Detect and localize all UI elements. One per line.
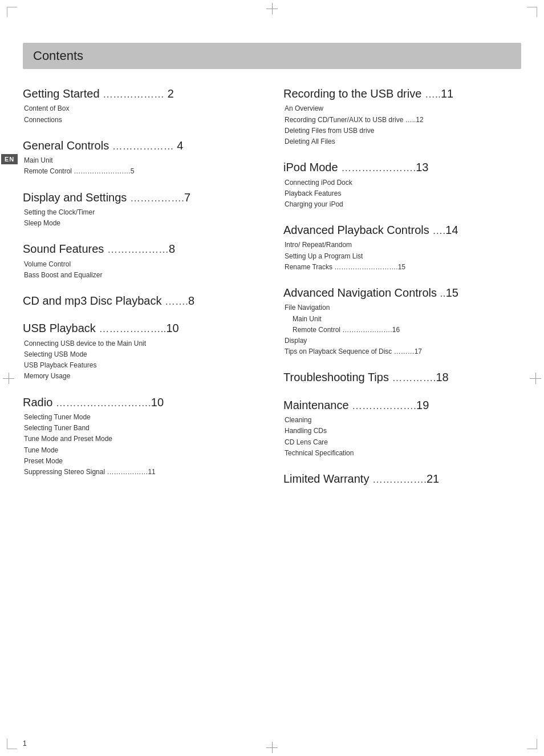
toc-section-maintenance: Maintenance ……………….19 Cleaning Handling … [283, 398, 521, 459]
toc-sub-deleting-files-usb: Deleting Files from USB drive [283, 126, 521, 136]
toc-sub-remote-control: Remote Control …………………….5 [23, 166, 261, 177]
toc-sub-an-overview: An Overview [283, 103, 521, 114]
toc-sub-usb-playback-features: USB Playback Features [23, 360, 261, 371]
toc-sub-main-unit: Main Unit [23, 155, 261, 166]
cross-left [3, 373, 14, 384]
toc-sub-technical-spec: Technical Specification [283, 448, 521, 459]
toc-sub-volume-control: Volume Control [23, 259, 261, 270]
toc-sub-remote-control-nav: Remote Control ………………….16 [283, 325, 521, 335]
corner-mark-tl [7, 7, 17, 17]
toc-sub-content-of-box: Content of Box [23, 103, 261, 114]
toc-sub-selecting-tuner-band: Selecting Tuner Band [23, 423, 261, 434]
toc-sub-clock-timer: Setting the Clock/Timer [23, 207, 261, 218]
toc-section-radio: Radio ……………………….10 Selecting Tuner Mode … [23, 395, 261, 478]
toc-sub-recording-cd-tuner: Recording CD/Tuner/AUX to USB drive …..1… [283, 115, 521, 126]
toc-sub-selecting-tuner-mode: Selecting Tuner Mode [23, 412, 261, 423]
toc-heading-troubleshooting: Troubleshooting Tips ………….18 [283, 370, 521, 385]
toc-section-limited-warranty: Limited Warranty …………….21 [283, 471, 521, 486]
cross-top [266, 3, 278, 14]
toc-sub-preset-mode: Preset Mode [23, 456, 261, 467]
toc-left-column: Getting Started ……………… 2 Content of Box … [23, 86, 261, 499]
toc-sub-memory-usage: Memory Usage [23, 371, 261, 382]
toc-section-general-controls: General Controls ……………… 4 Main Unit Remo… [23, 138, 261, 177]
toc-heading-advanced-navigation: Advanced Navigation Controls ..15 [283, 285, 521, 300]
toc-section-getting-started: Getting Started ……………… 2 Content of Box … [23, 86, 261, 126]
corner-mark-bl [7, 739, 17, 749]
toc-sub-sleep-mode: Sleep Mode [23, 218, 261, 229]
page-footer-number: 1 [23, 739, 27, 747]
toc-sub-playback-features: Playback Features [283, 188, 521, 199]
toc-section-sound-features: Sound Features ………………8 Volume Control Ba… [23, 241, 261, 281]
toc-heading-ipod-mode: iPod Mode ………………….13 [283, 160, 521, 175]
toc-sub-tune-preset-mode: Tune Mode and Preset Mode [23, 434, 261, 444]
corner-mark-br [527, 739, 537, 749]
toc-sub-tune-mode: Tune Mode [23, 445, 261, 456]
toc-sub-connections: Connections [23, 115, 261, 126]
en-badge: EN [1, 154, 18, 164]
toc-section-display-settings: Display and Settings …………….7 Setting the… [23, 190, 261, 229]
toc-section-usb-playback: USB Playback ………………..10 Connecting USB d… [23, 321, 261, 382]
toc-sub-display: Display [283, 335, 521, 346]
toc-heading-getting-started: Getting Started ……………… 2 [23, 86, 261, 101]
toc-heading-cd-mp3: CD and mp3 Disc Playback …….8 [23, 293, 261, 308]
toc-right-column: Recording to the USB drive …..11 An Over… [283, 86, 521, 499]
toc-section-troubleshooting: Troubleshooting Tips ………….18 [283, 370, 521, 385]
toc-sub-bass-boost: Bass Boost and Equalizer [23, 270, 261, 281]
cross-right [530, 373, 541, 384]
toc-sub-cd-lens-care: CD Lens Care [283, 437, 521, 448]
page-content: EN Contents Getting Started ……………… 2 Con… [23, 43, 521, 733]
toc-heading-usb-playback: USB Playback ………………..10 [23, 321, 261, 335]
toc-heading-recording-usb: Recording to the USB drive …..11 [283, 86, 521, 101]
title-bar: Contents [23, 43, 521, 69]
toc-section-ipod-mode: iPod Mode ………………….13 Connecting iPod Doc… [283, 160, 521, 210]
cross-bottom [266, 742, 278, 753]
toc-sub-tips-playback: Tips on Playback Sequence of Disc ………17 [283, 346, 521, 357]
toc-heading-advanced-playback: Advanced Playback Controls ….14 [283, 223, 521, 237]
toc-heading-maintenance: Maintenance ……………….19 [283, 398, 521, 413]
toc-section-advanced-playback: Advanced Playback Controls ….14 Intro/ R… [283, 223, 521, 273]
toc-heading-general-controls: General Controls ……………… 4 [23, 138, 261, 153]
toc-section-recording-usb: Recording to the USB drive …..11 An Over… [283, 86, 521, 147]
toc-sub-cleaning: Cleaning [283, 415, 521, 426]
toc-sub-handling-cds: Handling CDs [283, 426, 521, 436]
toc-sub-suppressing-stereo: Suppressing Stereo Signal ………………11 [23, 467, 261, 478]
toc-section-cd-mp3: CD and mp3 Disc Playback …….8 [23, 293, 261, 308]
toc-sub-file-navigation: File Navigation [283, 302, 521, 313]
corner-mark-tr [527, 7, 537, 17]
toc-heading-limited-warranty: Limited Warranty …………….21 [283, 471, 521, 486]
toc-sub-intro-repeat-random: Intro/ Repeat/Random [283, 240, 521, 250]
toc-sub-charging-ipod: Charging your iPod [283, 199, 521, 210]
toc-sub-connecting-usb: Connecting USB device to the Main Unit [23, 338, 261, 349]
toc-columns: Getting Started ……………… 2 Content of Box … [23, 86, 521, 499]
toc-sub-selecting-usb-mode: Selecting USB Mode [23, 349, 261, 360]
toc-sub-program-list: Setting Up a Program List [283, 251, 521, 262]
toc-section-advanced-navigation: Advanced Navigation Controls ..15 File N… [283, 285, 521, 357]
toc-heading-sound-features: Sound Features ………………8 [23, 241, 261, 256]
toc-sub-deleting-all-files: Deleting All Files [283, 136, 521, 147]
toc-sub-main-unit-nav: Main Unit [283, 314, 521, 325]
toc-heading-radio: Radio ……………………….10 [23, 395, 261, 410]
toc-sub-rename-tracks: Rename Tracks ……………………….15 [283, 262, 521, 273]
toc-sub-connecting-ipod-dock: Connecting iPod Dock [283, 177, 521, 188]
toc-heading-display-settings: Display and Settings …………….7 [23, 190, 261, 205]
page-title: Contents [33, 48, 511, 63]
